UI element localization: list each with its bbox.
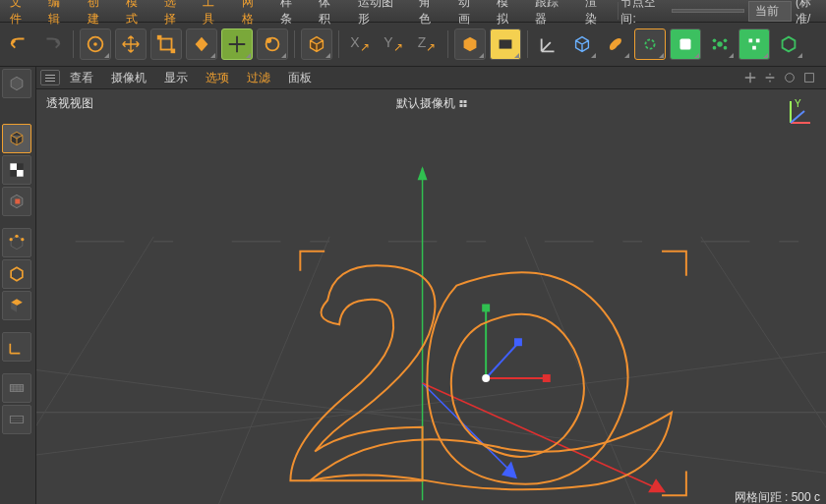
x-axis-button[interactable]: X↗ — [345, 29, 375, 59]
cube-obj-button[interactable] — [454, 28, 486, 60]
svg-point-20 — [10, 238, 13, 241]
svg-point-12 — [724, 39, 728, 43]
svg-rect-4 — [171, 49, 176, 54]
cloner-button[interactable] — [705, 29, 735, 59]
workplane-mode-button[interactable] — [2, 187, 31, 216]
svg-point-25 — [786, 74, 795, 83]
coord-system-button[interactable] — [534, 29, 563, 59]
rotate-button[interactable] — [186, 28, 217, 60]
svg-rect-17 — [10, 170, 17, 177]
svg-point-11 — [713, 39, 717, 43]
svg-rect-34 — [543, 374, 551, 382]
current-button[interactable]: 当前 — [748, 1, 792, 22]
menu-volume[interactable]: 体积 — [311, 0, 349, 29]
bounding-box-button[interactable] — [567, 29, 597, 59]
svg-point-39 — [482, 374, 490, 382]
svg-line-37 — [486, 344, 517, 378]
viewmenu-panel[interactable]: 面板 — [280, 68, 320, 88]
scene-svg — [36, 89, 826, 504]
transform-gizmo[interactable] — [482, 304, 551, 382]
svg-rect-19 — [15, 199, 20, 204]
viewport-panel: 查看 摄像机 显示 选项 过滤 面板 透视视图 默认摄像机 — [36, 67, 826, 504]
live-select-button[interactable] — [80, 28, 111, 60]
viewmenu-camera[interactable]: 摄像机 — [103, 68, 154, 88]
menu-file[interactable]: 文件 — [2, 0, 40, 29]
tag-button[interactable] — [774, 29, 803, 59]
viewport-menubar: 查看 摄像机 显示 选项 过滤 面板 — [36, 67, 826, 89]
place-tool-button[interactable] — [257, 28, 288, 60]
svg-rect-36 — [482, 304, 490, 311]
menu-spline[interactable]: 样条 — [272, 0, 311, 29]
menu-mograph[interactable]: 运动图形 — [350, 0, 412, 29]
menu-separator — [618, 2, 619, 20]
viewmenu-view[interactable]: 查看 — [62, 68, 101, 88]
svg-marker-28 — [418, 166, 428, 180]
cube-primitive-button[interactable] — [301, 28, 332, 60]
svg-rect-15 — [10, 163, 17, 170]
enable-axis-button[interactable] — [2, 332, 31, 362]
menu-select[interactable]: 选择 — [156, 0, 195, 29]
layout-label: (标准/ — [796, 0, 824, 28]
menu-simulate[interactable]: 模拟 — [489, 0, 527, 29]
z-axis-button[interactable]: Z↗ — [412, 29, 442, 59]
nav-zoom-icon[interactable] — [763, 71, 777, 84]
menu-animation[interactable]: 动画 — [450, 0, 489, 29]
svg-rect-38 — [514, 338, 522, 346]
undo-button[interactable] — [4, 29, 33, 59]
paint-button[interactable] — [601, 29, 630, 59]
render-view-button[interactable] — [634, 28, 666, 60]
svg-rect-7 — [500, 39, 512, 48]
menu-tracker[interactable]: 跟踪器 — [527, 0, 577, 29]
menu-mode[interactable]: 模式 — [118, 0, 156, 29]
svg-point-10 — [717, 41, 723, 47]
point-mode-button[interactable] — [2, 228, 31, 257]
recent-tool-button[interactable] — [221, 28, 253, 60]
picture-viewer-button[interactable] — [670, 28, 701, 60]
nodespace-field[interactable] — [672, 9, 744, 13]
nav-pan-icon[interactable] — [743, 71, 757, 84]
edge-mode-button[interactable] — [2, 259, 31, 289]
viewport-hamburger-icon[interactable] — [40, 70, 60, 85]
svg-point-13 — [713, 46, 717, 50]
nodespace-label: 节点空间: — [620, 0, 668, 28]
redo-button[interactable] — [37, 29, 67, 59]
svg-point-6 — [266, 38, 272, 44]
svg-rect-3 — [157, 35, 162, 40]
viewmenu-display[interactable]: 显示 — [156, 68, 196, 88]
svg-text:Y: Y — [795, 98, 801, 109]
move-button[interactable] — [115, 28, 147, 60]
svg-point-21 — [15, 235, 18, 238]
viewmenu-options[interactable]: 选项 — [198, 68, 237, 88]
menu-create[interactable]: 创建 — [80, 0, 118, 29]
mini-axis-icon: Y — [787, 97, 816, 127]
snap-button[interactable] — [2, 405, 31, 434]
svg-rect-26 — [805, 74, 814, 83]
svg-rect-18 — [17, 170, 24, 177]
nav-maximize-icon[interactable] — [802, 71, 816, 84]
effector-button[interactable] — [738, 28, 770, 60]
menu-tools[interactable]: 工具 — [195, 0, 233, 29]
viewport-solo-button[interactable] — [2, 373, 31, 403]
poly-mode-button[interactable] — [2, 291, 31, 320]
svg-rect-2 — [161, 39, 172, 50]
scale-button[interactable] — [150, 28, 182, 60]
svg-rect-9 — [680, 39, 691, 50]
menu-edit[interactable]: 编辑 — [40, 0, 79, 29]
texture-mode-button[interactable] — [2, 155, 31, 185]
grid-spacing-label: 网格间距 : 500 c — [735, 489, 820, 504]
nav-orbit-icon[interactable] — [783, 71, 796, 84]
svg-point-22 — [21, 238, 24, 241]
model-mode-button[interactable] — [2, 69, 31, 98]
svg-rect-16 — [17, 163, 24, 170]
menu-mesh[interactable]: 网格 — [234, 0, 272, 29]
object-mode-button[interactable] — [2, 124, 31, 153]
y-axis-button[interactable]: Y↗ — [379, 29, 408, 59]
viewport-canvas[interactable]: 透视视图 默认摄像机 — [36, 89, 826, 504]
svg-line-44 — [791, 111, 804, 123]
plane-obj-button[interactable] — [490, 28, 521, 60]
menu-character[interactable]: 角色 — [411, 0, 449, 29]
viewmenu-filter[interactable]: 过滤 — [239, 68, 278, 88]
main-toolbar: X↗ Y↗ Z↗ — [0, 23, 826, 67]
menu-render[interactable]: 渲染 — [577, 0, 616, 29]
svg-point-14 — [724, 46, 728, 50]
